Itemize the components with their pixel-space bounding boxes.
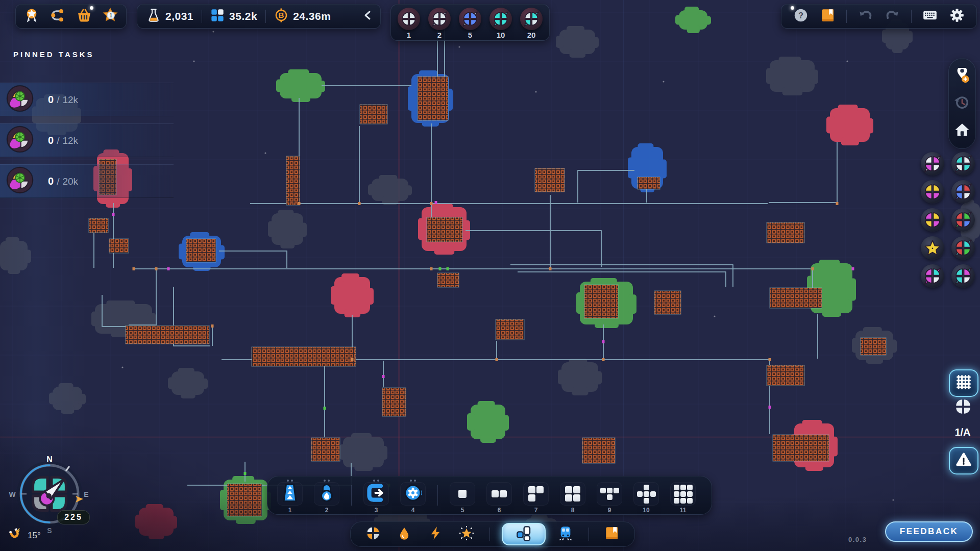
slot-icon-box <box>314 482 339 506</box>
environment-status: 15° <box>8 528 41 543</box>
pinned-task-row[interactable]: 0/20k <box>0 164 174 198</box>
platform-layout-icon <box>458 490 467 498</box>
operator-shape-icon[interactable] <box>951 264 975 288</box>
add-waypoint-button[interactable] <box>951 65 973 88</box>
pinned-tasks-title: PINNED TASKS <box>13 50 94 59</box>
history-button[interactable] <box>951 92 973 115</box>
platform-layout-icon <box>565 486 580 502</box>
pinned-task-row[interactable]: 0/12k <box>0 123 174 157</box>
slot-icon-box <box>486 482 512 506</box>
shortcuts-button[interactable] <box>919 5 941 28</box>
operator-shape-icon[interactable] <box>951 180 975 204</box>
slot-icon-box <box>633 482 659 506</box>
task-progress: 0/12k <box>48 135 78 146</box>
task-target: 12k <box>62 94 78 105</box>
divider <box>351 485 352 506</box>
journal-button[interactable] <box>817 5 839 28</box>
slot-number: 3 <box>375 507 378 514</box>
redo-icon <box>885 8 899 24</box>
divider <box>589 528 589 541</box>
milestone-shape-icon <box>459 8 481 30</box>
hotbar-slot-8[interactable]: 8 <box>557 477 588 514</box>
task-separator: / <box>57 176 59 187</box>
milestone-2[interactable]: 2 <box>428 8 451 39</box>
help-button[interactable]: ? <box>790 5 812 28</box>
slot-icon-box <box>523 482 549 506</box>
grid-toggle-button[interactable] <box>949 369 978 397</box>
achievements-button[interactable] <box>20 5 43 28</box>
slot-number: 10 <box>643 507 649 514</box>
shapes-view-button[interactable] <box>362 523 384 545</box>
hotbar: 1234567891011 <box>267 476 712 515</box>
operator-shape-icon[interactable] <box>921 264 944 288</box>
hotbar-slot-3[interactable]: 3 <box>361 477 391 514</box>
hotbar-slot-6[interactable]: 6 <box>484 477 514 514</box>
hotbar-slot-1[interactable]: 1 <box>275 477 305 514</box>
task-progress: 0/12k <box>48 94 78 106</box>
settings-button[interactable] <box>946 5 968 28</box>
warnings-button[interactable] <box>949 447 978 474</box>
hotbar-slot-10[interactable]: 10 <box>631 477 662 514</box>
feedback-button[interactable]: FEEDBACK <box>885 521 973 542</box>
guide-button[interactable] <box>601 523 623 545</box>
hotbar-slot-7[interactable]: 7 <box>521 477 551 514</box>
trains-view-button[interactable] <box>554 523 577 545</box>
effects-view-button[interactable] <box>455 523 478 545</box>
task-target: 12k <box>62 135 78 146</box>
hotbar-slot-11[interactable]: 11 <box>668 477 698 514</box>
task-separator: / <box>57 135 59 146</box>
milestone-count-label: 20 <box>527 31 536 39</box>
book-icon <box>821 8 835 24</box>
pinned-task-row[interactable]: 0/12k <box>0 83 174 116</box>
energy-view-button[interactable] <box>424 523 447 545</box>
milestone-1[interactable]: 1 <box>397 8 421 39</box>
svg-text:1: 1 <box>110 12 113 18</box>
operator-shape-icon[interactable] <box>921 180 944 204</box>
operator-shape-icon[interactable] <box>921 236 944 260</box>
hotbar-slot-5[interactable]: 5 <box>447 477 478 514</box>
research-tree-button[interactable] <box>47 5 69 28</box>
hotbar-slot-9[interactable]: 9 <box>594 477 625 514</box>
undo-button[interactable] <box>854 5 877 28</box>
milestone-5[interactable]: 5 <box>458 8 482 39</box>
fluids-view-button[interactable] <box>393 523 415 545</box>
redo-button[interactable] <box>881 5 903 28</box>
hotbar-slot-2[interactable]: 2 <box>311 477 342 514</box>
machine-icon <box>404 484 422 504</box>
undo-icon <box>859 8 873 24</box>
operator-shape-icon[interactable] <box>921 152 944 176</box>
slot-icon-box <box>450 482 475 506</box>
slot-icon-box <box>277 482 303 506</box>
slot-number: 1 <box>288 507 292 514</box>
home-button[interactable] <box>951 119 973 142</box>
task-shape-icon <box>6 166 34 196</box>
compass-north-label: N <box>46 455 53 464</box>
milestone-20[interactable]: 20 <box>520 8 543 39</box>
milestone-count-label: 5 <box>468 31 472 39</box>
stored-shapes: 35.2k <box>205 8 262 24</box>
shop-button[interactable] <box>73 5 95 28</box>
slot-number: 7 <box>534 507 538 514</box>
level-badge-button[interactable]: 1 <box>100 5 122 28</box>
flask-icon <box>146 8 161 24</box>
notification-dot <box>791 6 794 10</box>
notification-dot <box>90 6 93 10</box>
milestone-shape-icon <box>398 8 420 30</box>
shapes-icon <box>210 8 225 24</box>
operator-shape-icon[interactable] <box>951 208 975 232</box>
compass-heading: 225 <box>57 510 90 524</box>
milestone-10[interactable]: 10 <box>489 8 512 39</box>
layout-view-button[interactable] <box>502 523 546 545</box>
basket-icon <box>77 8 92 25</box>
slot-number: 2 <box>325 507 329 514</box>
collapse-resources-button[interactable] <box>359 5 376 28</box>
operator-shape-icon[interactable] <box>951 236 975 260</box>
milestone-count-label: 2 <box>437 31 442 39</box>
milestone-count-label: 1 <box>407 31 411 39</box>
map-pin-plus-icon <box>954 68 970 85</box>
star-coin-icon: 1 <box>103 8 118 25</box>
operator-shape-icon[interactable] <box>951 152 975 176</box>
operator-shape-icon[interactable] <box>921 208 944 232</box>
game-viewport[interactable]: 1 2,03135.2kB24.36m 1251020 ? PINNED TAS… <box>0 0 980 551</box>
hotbar-slot-4[interactable]: 4 <box>398 477 428 514</box>
